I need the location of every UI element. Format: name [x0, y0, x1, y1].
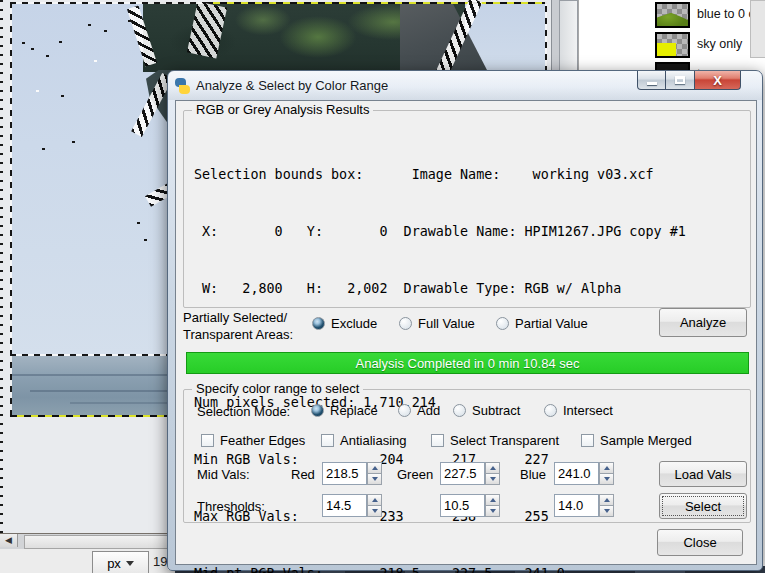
spin-up-icon[interactable] [367, 462, 382, 474]
radio-icon [496, 317, 509, 330]
selection-ants-right [545, 2, 547, 72]
speckle [128, 20, 131, 22]
radio-icon [398, 404, 411, 417]
close-icon: X [713, 74, 722, 87]
radio-icon [453, 404, 466, 417]
radio-icon [399, 317, 412, 330]
spin-up-icon[interactable] [599, 462, 614, 474]
maximize-button[interactable] [666, 71, 694, 90]
selection-ticks-edge [0, 0, 3, 533]
radio-subtract[interactable]: Subtract [453, 403, 520, 418]
speckle [22, 42, 25, 44]
checkbox-antialiasing[interactable]: Antialiasing [321, 433, 407, 448]
radio-full-value[interactable]: Full Value [399, 316, 475, 331]
minimize-icon [647, 82, 657, 85]
specify-group-label: Specify color range to select [192, 381, 363, 396]
spin-down-icon[interactable] [367, 474, 382, 485]
spin-down-icon[interactable] [485, 506, 500, 517]
layer-row-blue-to-0[interactable]: blue to 0 o [579, 1, 765, 29]
panel-scrollbar[interactable] [750, 0, 765, 58]
layer-thumbnail-content [657, 13, 688, 26]
speckle [137, 222, 140, 224]
layer-thumbnail[interactable] [655, 32, 690, 58]
maximize-icon [675, 76, 685, 84]
spin-up-icon[interactable] [367, 494, 382, 506]
thresholds-label: Thresholds: [197, 499, 265, 514]
radio-icon [311, 404, 324, 417]
red-mid-input[interactable] [322, 462, 367, 485]
python-icon [174, 78, 190, 94]
checkbox-feather-edges[interactable]: Feather Edges [201, 433, 305, 448]
load-vals-button[interactable]: Load Vals [659, 461, 747, 487]
speckle [144, 239, 147, 241]
green-threshold-input[interactable] [440, 494, 485, 517]
speckle [61, 95, 64, 97]
select-button[interactable]: Select [659, 493, 747, 519]
radio-replace[interactable]: Replace [311, 403, 378, 418]
red-threshold-spinner [367, 494, 382, 517]
radio-add[interactable]: Add [398, 403, 440, 418]
layer-row-sky-only[interactable]: sky only [579, 31, 765, 59]
radio-exclude[interactable]: Exclude [312, 316, 377, 331]
minimize-button[interactable] [637, 71, 666, 90]
blue-mid-input[interactable] [554, 462, 599, 485]
radio-icon [544, 404, 557, 417]
dialog-window: Analyze & Select by Color Range X RGB or… [167, 70, 763, 571]
mid-vals-label: Mid Vals: [197, 467, 250, 482]
partial-areas-label: Partially Selected/ Transparent Areas: [183, 309, 293, 343]
layer-thumbnail[interactable] [655, 2, 690, 28]
radio-icon [312, 317, 325, 330]
layer-boundary-bottom [10, 415, 183, 417]
green-mid-spinner [485, 462, 500, 485]
layer-boundary-top [206, 2, 547, 4]
spin-down-icon[interactable] [599, 474, 614, 485]
unit-label: px [107, 556, 121, 571]
checkbox-icon [201, 434, 214, 447]
scroll-left-arrow-icon[interactable]: ◀ [0, 534, 18, 547]
analysis-status-bar: Analysis Completed in 0 min 10.84 sec [186, 352, 749, 374]
unit-selector[interactable]: px [92, 551, 149, 573]
spin-down-icon[interactable] [485, 474, 500, 485]
red-threshold-input[interactable] [322, 494, 367, 517]
checkbox-icon [431, 434, 444, 447]
analyze-button[interactable]: Analyze [659, 308, 747, 337]
checkbox-select-transparent[interactable]: Select Transparent [431, 433, 559, 448]
close-window-button[interactable]: X [694, 71, 741, 90]
layer-name[interactable]: sky only [697, 37, 742, 51]
blue-threshold-spinner [599, 494, 614, 517]
layer-name[interactable]: blue to 0 o [697, 7, 755, 21]
speckle [59, 41, 62, 43]
results-groupbox: RGB or Grey Analysis Results Selection b… [183, 110, 751, 308]
blue-threshold-input[interactable] [554, 494, 599, 517]
speckle-white [94, 60, 97, 62]
blue-label: Blue [520, 467, 546, 482]
radio-partial-value[interactable]: Partial Value [496, 316, 588, 331]
dialog-client-area: RGB or Grey Analysis Results Selection b… [175, 100, 757, 565]
speckle [72, 141, 75, 143]
window-controls: X [637, 71, 741, 90]
spin-up-icon[interactable] [485, 462, 500, 474]
selection-ants-top [10, 2, 206, 4]
speckle [46, 55, 49, 57]
spin-up-icon[interactable] [599, 494, 614, 506]
spin-up-icon[interactable] [485, 494, 500, 506]
green-mid-input[interactable] [440, 462, 485, 485]
spin-down-icon[interactable] [367, 506, 382, 517]
speckle [88, 24, 91, 26]
speckle [31, 48, 34, 50]
checkbox-sample-merged[interactable]: Sample Merged [581, 433, 692, 448]
results-group-label: RGB or Grey Analysis Results [192, 102, 373, 117]
close-button[interactable]: Close [657, 529, 743, 556]
radio-intersect[interactable]: Intersect [544, 403, 613, 418]
selection-mode-label: Selection Mode: [197, 404, 290, 419]
checkbox-icon [581, 434, 594, 447]
speckle [42, 148, 45, 150]
checkbox-icon [321, 434, 334, 447]
spin-down-icon[interactable] [599, 506, 614, 517]
red-mid-spinner [367, 462, 382, 485]
green-threshold-spinner [485, 494, 500, 517]
selection-ants-horizon [10, 354, 183, 356]
green-label: Green [397, 467, 433, 482]
speckle-white [36, 90, 39, 92]
chevron-down-icon [126, 561, 134, 566]
